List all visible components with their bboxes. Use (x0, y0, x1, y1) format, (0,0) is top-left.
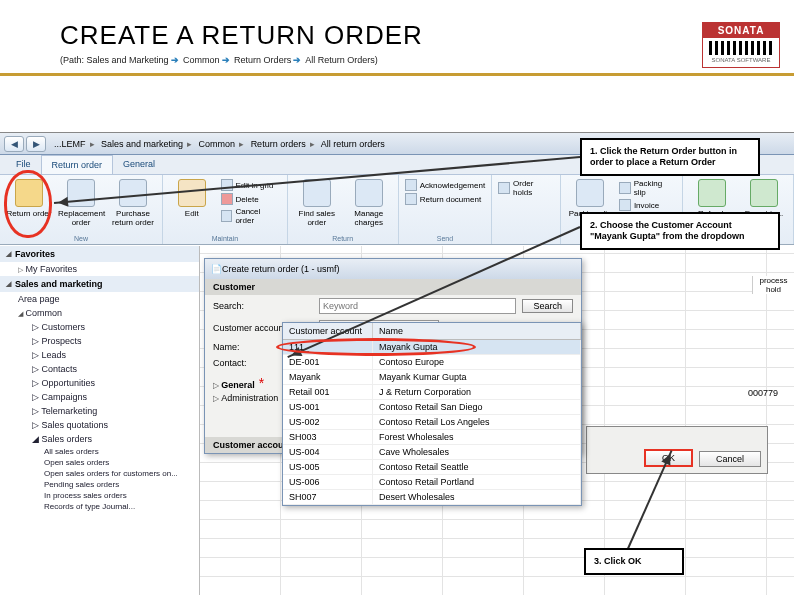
nav-inprocess-so[interactable]: In process sales orders (0, 490, 199, 501)
dropdown-row[interactable]: US-006Contoso Retail Portland (283, 475, 581, 490)
dropdown-row[interactable]: SH007Desert Wholesales (283, 490, 581, 505)
slide-header: CREATE A RETURN ORDER (Path: Sales and M… (0, 0, 794, 76)
dropdown-row[interactable]: Retail 001J & Return Corporation (283, 385, 581, 400)
callout-3: 3. Click OK (584, 548, 684, 575)
nav-prospects[interactable]: ▷ Prospects (0, 334, 199, 348)
customer-section: Customer (205, 279, 581, 295)
sonata-logo: SONATA SONATA SOFTWARE (702, 22, 780, 68)
nav-opportunities[interactable]: ▷ Opportunities (0, 376, 199, 390)
return-number-value: 000779 (748, 388, 778, 398)
dropdown-row[interactable]: US-005Contoso Retail Seattle (283, 460, 581, 475)
dropdown-row[interactable]: 111_Mayank Gupta (283, 340, 581, 355)
nav-sales-orders[interactable]: ◢ Sales orders (0, 432, 199, 446)
search-button[interactable]: Search (522, 299, 573, 313)
required-icon: * (259, 375, 264, 391)
edit-button[interactable]: Edit (169, 179, 215, 225)
my-favorites-item[interactable]: ▷ My Favorites (0, 262, 199, 276)
customer-account-dropdown: Customer accountName 111_Mayank GuptaDE-… (282, 322, 582, 506)
dropdown-row[interactable]: US-002Contoso Retail Los Angeles (283, 415, 581, 430)
nav-leads[interactable]: ▷ Leads (0, 348, 199, 362)
manage-charges-button[interactable]: Manage charges (346, 179, 392, 227)
sales-marketing-section[interactable]: ◢Sales and marketing (0, 276, 199, 292)
dropdown-row[interactable]: US-004Cave Wholesales (283, 445, 581, 460)
find-sales-order-button[interactable]: Find sales order (294, 179, 340, 227)
dropdown-row[interactable]: DE-001Contoso Europe (283, 355, 581, 370)
delete-button[interactable]: Delete (221, 193, 281, 205)
return-document-button[interactable]: Return document (405, 193, 485, 205)
tab-return-order[interactable]: Return order (41, 155, 114, 174)
return-order-button[interactable]: Return order (6, 179, 52, 227)
nav-forward-button[interactable]: ▶ (26, 136, 46, 152)
nav-telemarketing[interactable]: ▷ Telemarketing (0, 404, 199, 418)
breadcrumb-path: (Path: Sales and Marketing➔ Common➔ Retu… (60, 55, 794, 65)
acknowledgement-button[interactable]: Acknowledgement (405, 179, 485, 191)
packing-slip-journal-button[interactable]: Packing slip (619, 179, 676, 197)
dialog-footer: OK Cancel (586, 426, 768, 474)
search-label: Search: (213, 301, 313, 311)
breadcrumb[interactable]: ...LEMF▸ Sales and marketing▸ Common▸ Re… (54, 139, 385, 149)
callout-1: 1. Click the Return Order button in orde… (580, 138, 760, 176)
dropdown-row[interactable]: SH003Forest Wholesales (283, 430, 581, 445)
nav-sales-quotations[interactable]: ▷ Sales quotations (0, 418, 199, 432)
nav-open-so-customers[interactable]: Open sales orders for customers on... (0, 468, 199, 479)
tab-general[interactable]: General (113, 155, 165, 174)
tab-file[interactable]: File (6, 155, 41, 174)
nav-back-button[interactable]: ◀ (4, 136, 24, 152)
process-hold-strip[interactable]: process hold (752, 276, 794, 294)
cancel-button[interactable]: Cancel (699, 451, 761, 467)
nav-campaigns[interactable]: ▷ Campaigns (0, 390, 199, 404)
nav-contacts[interactable]: ▷ Contacts (0, 362, 199, 376)
nav-all-sales-orders[interactable]: All sales orders (0, 446, 199, 457)
callout-2: 2. Choose the Customer Account "Mayank G… (580, 212, 780, 250)
dropdown-row[interactable]: MayankMayank Kumar Gupta (283, 370, 581, 385)
common-item[interactable]: ◢ Common (0, 306, 199, 320)
dialog-title: 📄 Create return order (1 - usmf) (205, 259, 581, 279)
dropdown-row[interactable]: US-001Contoso Retail San Diego (283, 400, 581, 415)
page-title: CREATE A RETURN ORDER (60, 20, 794, 51)
purchase-return-button[interactable]: Purchase return order (110, 179, 156, 227)
area-page-item[interactable]: Area page (0, 292, 199, 306)
nav-open-sales-orders[interactable]: Open sales orders (0, 457, 199, 468)
cancel-order-button[interactable]: Cancel order (221, 207, 281, 225)
nav-journal-records[interactable]: Records of type Journal... (0, 501, 199, 512)
nav-pending-so[interactable]: Pending sales orders (0, 479, 199, 490)
invoice-journal-button[interactable]: Invoice (619, 199, 676, 211)
navigation-pane: ◢Favorites ▷ My Favorites ◢Sales and mar… (0, 246, 200, 595)
favorites-section[interactable]: ◢Favorites (0, 246, 199, 262)
search-input[interactable] (319, 298, 516, 314)
nav-customers[interactable]: ▷ Customers (0, 320, 199, 334)
order-holds-button[interactable]: Order holds (498, 179, 554, 197)
